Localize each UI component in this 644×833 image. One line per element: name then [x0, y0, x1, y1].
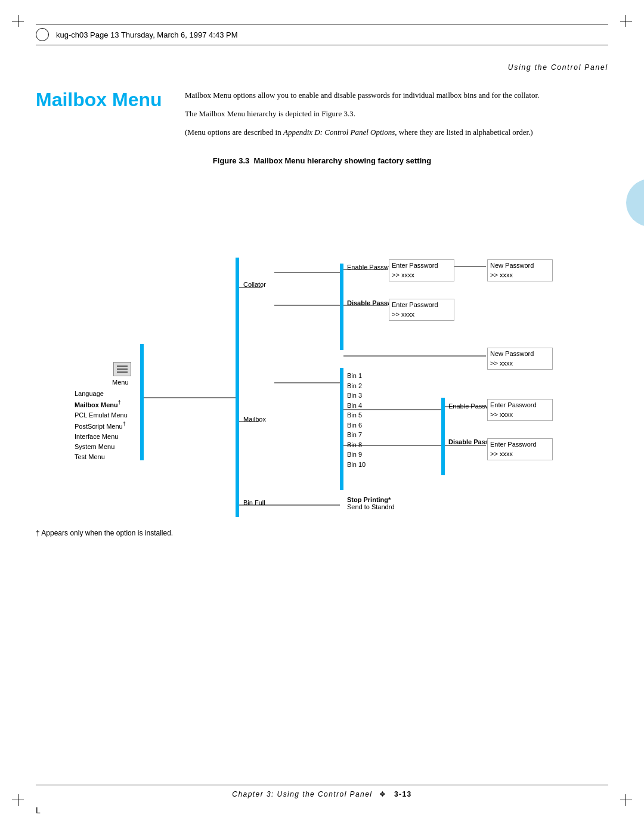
menu-label: Menu: [112, 379, 129, 386]
menu-items-list: Language Mailbox Menu† PCL Emulat Menu P…: [75, 389, 128, 462]
enter-password-value-2: >> xxxx: [392, 310, 451, 319]
bin-5: Bin 5: [347, 410, 366, 420]
page: kug-ch03 Page 13 Thursday, March 6, 1997…: [0, 0, 644, 833]
menu-icon: [113, 362, 131, 376]
new-password-value-collator: >> xxxx: [490, 271, 550, 280]
bin-7: Bin 7: [347, 430, 366, 440]
page-header: kug-ch03 Page 13 Thursday, March 6, 1997…: [36, 24, 608, 45]
bin-9: Bin 9: [347, 450, 366, 460]
chapter-heading: Using the Control Panel: [36, 63, 608, 72]
enter-password-mailbox-disable: Enter Password >> xxxx: [487, 438, 553, 460]
section-description: Mailbox Menu options allow you to enable…: [185, 89, 608, 144]
ep-mailbox-disable-value: >> xxxx: [490, 450, 550, 459]
bin-8: Bin 8: [347, 440, 366, 450]
enter-password-value-1: >> xxxx: [392, 271, 451, 280]
figure-caption: Mailbox Menu hierarchy showing factory s…: [254, 156, 432, 165]
bin-3: Bin 3: [347, 391, 366, 401]
menu-item-test: Test Menu: [75, 452, 128, 462]
footer-left: Chapter 3: Using the Control Panel: [232, 790, 372, 798]
enter-password-collator-enable: Enter Password >> xxxx: [389, 259, 454, 281]
menu-icon-line-3: [117, 371, 128, 373]
bin-6: Bin 6: [347, 420, 366, 431]
ep-mailbox-enable-value: >> xxxx: [490, 410, 550, 419]
desc-para-2: The Mailbox Menu hierarchy is depicted i…: [185, 108, 608, 120]
ep-mailbox-disable-label: Enter Password: [490, 440, 550, 449]
reg-mark-tl: [12, 12, 30, 30]
menu-item-pcl: PCL Emulat Menu: [75, 410, 128, 420]
blue-tab: [626, 179, 644, 227]
svg-rect-1: [236, 258, 239, 517]
desc-para-1: Mailbox Menu options allow you to enable…: [185, 89, 608, 102]
bin-full-options: Stop Printing* Send to Standrd: [347, 496, 395, 510]
enter-password-label-2: Enter Password: [392, 301, 451, 309]
footer-diamond: ❖: [379, 790, 386, 798]
footer-right: 3-13: [394, 790, 412, 798]
reg-mark-bl: [12, 791, 30, 809]
l-mark: L: [36, 806, 41, 815]
collator-label: Collator: [243, 281, 266, 288]
menu-item-language: Language: [75, 389, 128, 399]
new-password-label-collator: New Password: [490, 261, 550, 270]
new-password-label-standalone: New Password: [490, 349, 550, 358]
menu-item-system: System Menu: [75, 442, 128, 452]
svg-rect-2: [340, 264, 343, 350]
menu-icon-line-1: [117, 366, 128, 367]
menu-item-interface: Interface Menu: [75, 432, 128, 442]
bin-full-label: Bin Full: [243, 499, 265, 506]
figure-title: Figure 3.3 Mailbox Menu hierarchy showin…: [36, 156, 608, 165]
svg-rect-3: [340, 368, 343, 490]
send-to-standrd: Send to Standrd: [347, 503, 395, 510]
diagram-svg: [36, 171, 608, 517]
bin-list: Bin 1 Bin 2 Bin 3 Bin 4 Bin 5 Bin 6 Bin …: [347, 371, 366, 469]
stop-printing: Stop Printing*: [347, 496, 395, 503]
svg-rect-4: [441, 398, 445, 475]
new-password-standalone: New Password >> xxxx: [487, 348, 553, 370]
menu-item-mailbox: Mailbox Menu†: [75, 399, 128, 410]
bin-1: Bin 1: [347, 371, 366, 381]
figure-label: Figure 3.3: [213, 156, 249, 165]
section-title: Mailbox Menu: [36, 89, 167, 144]
svg-rect-0: [140, 344, 144, 460]
new-password-value-standalone: >> xxxx: [490, 359, 550, 368]
ep-mailbox-enable-label: Enter Password: [490, 401, 550, 410]
header-circle: [36, 28, 49, 41]
enter-password-mailbox-enable: Enter Password >> xxxx: [487, 399, 553, 421]
bin-10: Bin 10: [347, 460, 366, 470]
desc-para-3: (Menu options are described in Appendix …: [185, 126, 608, 139]
enter-password-label-1: Enter Password: [392, 261, 451, 270]
footer-note: † Appears only when the option is instal…: [36, 529, 608, 537]
diagram-container: Menu Language Mailbox Menu† PCL Emulat M…: [36, 171, 608, 517]
reg-mark-br: [614, 791, 632, 809]
menu-item-postscript: PostScript Menu†: [75, 420, 128, 432]
new-password-collator: New Password >> xxxx: [487, 259, 553, 281]
mailbox-label: Mailbox: [243, 416, 266, 423]
bin-4: Bin 4: [347, 401, 366, 411]
page-footer: Chapter 3: Using the Control Panel ❖ 3-1…: [36, 785, 608, 803]
desc-italic: Appendix D: Control Panel Options: [283, 128, 395, 137]
reg-mark-tr: [614, 12, 632, 30]
header-title: kug-ch03 Page 13 Thursday, March 6, 1997…: [56, 30, 237, 39]
bin-2: Bin 2: [347, 381, 366, 391]
content-row: Mailbox Menu Mailbox Menu options allow …: [36, 89, 608, 144]
menu-icon-line-2: [117, 368, 128, 370]
enter-password-collator-disable: Enter Password >> xxxx: [389, 299, 454, 321]
